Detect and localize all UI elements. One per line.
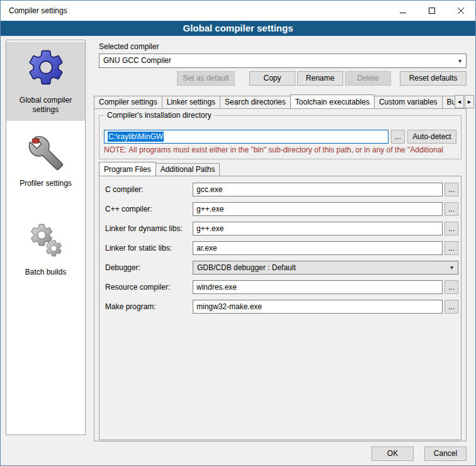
cpp-compiler-input[interactable]: g++.exe	[193, 202, 443, 216]
installation-directory-group-label: Compiler's installation directory	[105, 111, 214, 120]
tab-program-files[interactable]: Program Files	[99, 162, 156, 176]
scroll-right-icon: ▶	[468, 99, 471, 105]
rename-button[interactable]: Rename	[297, 71, 343, 86]
tab-toolchain-executables[interactable]: Toolchain executables	[290, 94, 375, 108]
settings-category-list: Global compiler settings Profiler settin…	[6, 40, 86, 435]
make-program-browse-button[interactable]: ...	[445, 300, 458, 314]
delete-button[interactable]: Delete	[345, 71, 391, 86]
debugger-value: GDB/CDB debugger : Default	[197, 263, 296, 272]
selected-compiler-label: Selected compiler	[99, 42, 159, 51]
sidebar-item-batch-builds[interactable]: Batch builds	[6, 216, 85, 283]
maximize-icon	[429, 8, 435, 14]
chevron-down-icon: ▾	[446, 261, 458, 274]
set-as-default-button[interactable]: Set as default	[177, 71, 235, 86]
reset-defaults-button[interactable]: Reset defaults	[400, 71, 467, 86]
installation-directory-input[interactable]: C:\raylib\MinGW	[104, 130, 388, 144]
sidebar-item-label: Profiler settings	[20, 179, 72, 188]
close-icon	[458, 8, 464, 14]
copy-button[interactable]: Copy	[249, 71, 295, 86]
cpp-compiler-browse-button[interactable]: ...	[445, 202, 458, 216]
auto-detect-button[interactable]: Auto-detect	[407, 130, 456, 144]
gear-icon	[25, 47, 67, 88]
debugger-combobox[interactable]: GDB/CDB debugger : Default ▾	[193, 261, 458, 275]
main-tabstrip: Compiler settings Linker settings Search…	[94, 94, 455, 108]
sidebar-item-label: Global compiler settings	[8, 96, 84, 115]
selected-compiler-combobox[interactable]: GNU GCC Compiler ▾	[99, 54, 467, 68]
c-compiler-input[interactable]: gcc.exe	[193, 183, 443, 196]
cancel-button[interactable]: Cancel	[424, 446, 467, 461]
window-controls	[388, 1, 475, 21]
tab-scroll-left-button[interactable]: ◀	[455, 95, 464, 108]
tab-search-directories[interactable]: Search directories	[220, 96, 291, 108]
tab-compiler-settings[interactable]: Compiler settings	[94, 96, 162, 108]
profiler-tool-icon	[28, 135, 64, 171]
tab-build-options-truncated[interactable]: Buil	[442, 96, 455, 108]
tab-additional-paths[interactable]: Additional Paths	[156, 163, 220, 176]
sidebar-item-label: Batch builds	[25, 268, 66, 277]
tab-scroll-right-button[interactable]: ▶	[465, 95, 474, 108]
scroll-left-icon: ◀	[458, 99, 461, 105]
minimize-icon	[400, 8, 406, 14]
sidebar-item-global-compiler-settings[interactable]: Global compiler settings	[6, 42, 85, 121]
chevron-down-icon: ▾	[454, 54, 466, 67]
installation-directory-browse-button[interactable]: ...	[391, 130, 405, 144]
tab-custom-variables[interactable]: Custom variables	[374, 96, 443, 108]
page-title: Global compiler settings	[1, 21, 475, 36]
program-tabstrip: Program Files Additional Paths	[99, 161, 288, 176]
window-title: Compiler settings	[9, 1, 67, 21]
compiler-settings-window: Compiler settings Global compiler settin…	[0, 0, 476, 466]
batch-gears-icon	[26, 221, 65, 260]
linker-dynamic-label: Linker for dynamic libs:	[105, 224, 183, 233]
make-program-input[interactable]: mingw32-make.exe	[193, 300, 443, 314]
maximize-button[interactable]	[417, 1, 446, 21]
minimize-button[interactable]	[388, 1, 417, 21]
cpp-compiler-label: C++ compiler:	[105, 205, 152, 213]
debugger-label: Debugger:	[105, 263, 140, 272]
linker-dynamic-browse-button[interactable]: ...	[445, 222, 458, 236]
installation-directory-selected-text: C:\raylib\MinGW	[108, 132, 164, 142]
resource-compiler-input[interactable]: windres.exe	[193, 280, 443, 294]
sidebar-item-profiler-settings[interactable]: Profiler settings	[6, 130, 85, 195]
resource-compiler-browse-button[interactable]: ...	[445, 280, 458, 294]
titlebar: Compiler settings	[1, 1, 475, 21]
installation-note: NOTE: All programs must exist either in …	[104, 145, 462, 154]
linker-static-input[interactable]: ar.exe	[193, 241, 443, 255]
tab-linker-settings[interactable]: Linker settings	[162, 96, 220, 108]
selected-compiler-value: GNU GCC Compiler	[103, 56, 171, 65]
c-compiler-browse-button[interactable]: ...	[445, 183, 458, 196]
make-program-label: Make program:	[105, 302, 156, 311]
linker-static-label: Linker for static libs:	[105, 244, 172, 253]
ok-button[interactable]: OK	[371, 446, 414, 461]
resource-compiler-label: Resource compiler:	[105, 283, 170, 292]
linker-static-browse-button[interactable]: ...	[445, 241, 458, 255]
close-button[interactable]	[446, 1, 475, 21]
c-compiler-label: C compiler:	[105, 185, 144, 194]
linker-dynamic-input[interactable]: g++.exe	[193, 222, 443, 236]
